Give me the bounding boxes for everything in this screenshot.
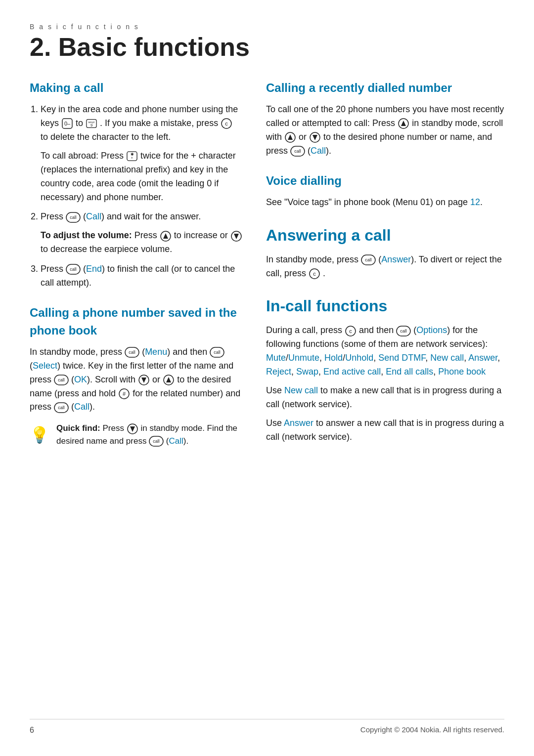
- call-btn-answer: call: [361, 254, 378, 264]
- call-btn-options: call: [396, 325, 413, 335]
- svg-text:call: call: [70, 215, 77, 220]
- phone-book-title: Calling a phone number saved in the phon…: [30, 304, 242, 339]
- svg-text:+: +: [131, 156, 133, 161]
- page-number: 6: [30, 724, 34, 736]
- svg-marker-39: [288, 134, 293, 140]
- menu-btn-icon: call: [125, 347, 142, 357]
- incall-body2: Use New call to make a new call that is …: [266, 384, 504, 412]
- star-key-icon: ✱ +: [126, 151, 140, 161]
- call-btn-icon-step2: call: [66, 211, 83, 221]
- scroll-up-rd: [398, 118, 412, 128]
- svg-text:call: call: [294, 149, 301, 154]
- quick-find-text: Quick find: Press in standby mode. Find …: [56, 422, 242, 447]
- svg-text:#: #: [123, 391, 126, 397]
- step-2: Press call (Call) and wait for the answe…: [41, 210, 242, 256]
- svg-text:0–: 0–: [64, 121, 71, 126]
- scroll-up-rd2: [284, 132, 299, 142]
- bulb-icon: 💡: [30, 423, 49, 447]
- svg-marker-15: [234, 234, 239, 239]
- making-a-call-section: Making a call Key in the area code and p…: [30, 79, 242, 290]
- call-btn-qf: call: [149, 436, 166, 446]
- down-key-icon: [230, 230, 242, 240]
- quick-find-box: 💡 Quick find: Press in standby mode. Fin…: [30, 422, 242, 447]
- right-column: Calling a recently dialled number To cal…: [266, 79, 504, 461]
- svg-text:call: call: [58, 405, 65, 410]
- svg-text:9: 9: [90, 123, 92, 127]
- svg-text:call: call: [58, 378, 65, 382]
- select-btn-icon: call: [210, 347, 224, 357]
- scroll-down-rd: [309, 132, 323, 142]
- voice-dialling-title: Voice dialling: [266, 172, 504, 190]
- scroll-down-qf: [127, 423, 141, 433]
- incall-functions-section: In-call functions During a call, press c…: [266, 294, 504, 444]
- phone-book-body: In standby mode, press call (Menu) and t…: [30, 345, 242, 414]
- page-title: 2. Basic functions: [30, 33, 504, 61]
- making-a-call-title: Making a call: [30, 79, 242, 97]
- phone-book-section: Calling a phone number saved in the phon…: [30, 304, 242, 447]
- svg-text:call: call: [153, 439, 160, 444]
- svg-text:call: call: [365, 257, 372, 262]
- svg-marker-37: [401, 121, 406, 126]
- svg-text:call: call: [214, 350, 221, 355]
- c-btn-incall: c: [345, 325, 359, 335]
- svg-marker-33: [130, 426, 135, 432]
- step-1: Key in the area code and phone number us…: [41, 103, 242, 204]
- key-wxyz-icon: wxyz 9: [86, 118, 100, 128]
- svg-text:call: call: [70, 267, 77, 272]
- svg-text:c: c: [225, 121, 228, 126]
- incall-body3: Use Answer to answer a new call that is …: [266, 417, 504, 444]
- up-key-icon: [160, 230, 174, 240]
- ok-btn-icon: call: [54, 375, 71, 384]
- svg-text:call: call: [400, 329, 407, 334]
- answering-a-call-section: Answering a call In standby mode, press …: [266, 223, 504, 281]
- svg-text:c: c: [349, 328, 352, 334]
- call-btn-rd: call: [290, 146, 308, 156]
- svg-marker-27: [166, 377, 171, 382]
- hash-key-icon: #: [118, 388, 133, 398]
- c-btn-answer: c: [309, 268, 323, 278]
- recently-dialled-section: Calling a recently dialled number To cal…: [266, 79, 504, 158]
- svg-marker-13: [163, 233, 168, 239]
- copyright-text: Copyright © 2004 Nokia. All rights reser…: [360, 724, 504, 736]
- two-column-layout: Making a call Key in the area code and p…: [30, 79, 504, 461]
- voice-dialling-body: See "Voice tags" in phone book (Menu 01)…: [266, 196, 504, 210]
- header-label: B a s i c f u n c t i o n s: [30, 20, 504, 33]
- call-btn-icon-step3: call: [66, 264, 83, 274]
- c-key-icon: c: [221, 118, 232, 128]
- step-3: Press call (End) to finish the call (or …: [41, 262, 242, 290]
- key-0-icon: 0–: [61, 118, 76, 128]
- svg-marker-41: [312, 135, 317, 140]
- page-footer: 6 Copyright © 2004 Nokia. All rights res…: [30, 719, 504, 736]
- scroll-down-icon: [138, 375, 152, 384]
- recently-dialled-title: Calling a recently dialled number: [266, 79, 504, 97]
- incall-body1: During a call, press c and then call (Op…: [266, 324, 504, 379]
- making-a-call-steps: Key in the area code and phone number us…: [30, 103, 242, 290]
- voice-dialling-section: Voice dialling See "Voice tags" in phone…: [266, 172, 504, 210]
- answering-a-call-title: Answering a call: [266, 223, 504, 247]
- svg-text:call: call: [129, 350, 135, 355]
- scroll-up-icon-pb: [163, 375, 177, 384]
- svg-text:c: c: [313, 271, 316, 277]
- incall-functions-title: In-call functions: [266, 294, 504, 318]
- call-btn-pb: call: [54, 402, 71, 412]
- recently-dialled-body: To call one of the 20 phone numbers you …: [266, 103, 504, 158]
- svg-marker-25: [141, 378, 146, 383]
- left-column: Making a call Key in the area code and p…: [30, 79, 242, 461]
- answering-a-call-body: In standby mode, press call (Answer). To…: [266, 253, 504, 281]
